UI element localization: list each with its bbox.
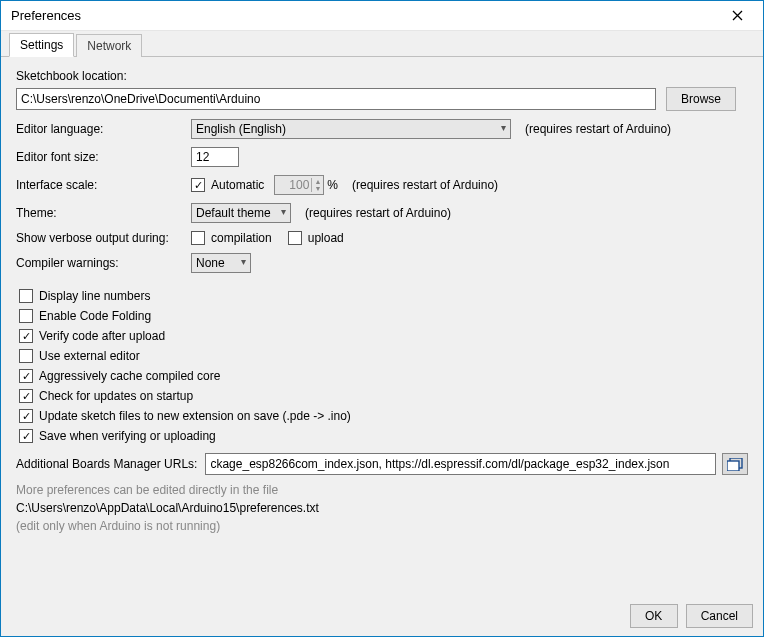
scale-unit: % — [327, 178, 338, 192]
tab-network[interactable]: Network — [76, 34, 142, 57]
verify-after-upload-checkbox[interactable] — [19, 329, 33, 343]
svg-rect-1 — [727, 461, 739, 471]
font-size-label: Editor font size: — [16, 150, 191, 164]
additional-urls-label: Additional Boards Manager URLs: — [16, 457, 197, 471]
save-when-verify-label: Save when verifying or uploading — [39, 429, 216, 443]
restart-note-3: (requires restart of Arduino) — [305, 206, 451, 220]
sketchbook-path-field[interactable] — [16, 88, 656, 110]
editor-language-select[interactable]: English (English) — [191, 119, 511, 139]
update-extension-label: Update sketch files to new extension on … — [39, 409, 351, 423]
edit-urls-button[interactable] — [722, 453, 748, 475]
use-external-editor-label: Use external editor — [39, 349, 140, 363]
browse-button[interactable]: Browse — [666, 87, 736, 111]
titlebar: Preferences — [1, 1, 763, 31]
save-when-verify-checkbox[interactable] — [19, 429, 33, 443]
cancel-button[interactable]: Cancel — [686, 604, 753, 628]
window-title: Preferences — [11, 8, 81, 23]
editor-language-label: Editor language: — [16, 122, 191, 136]
window-icon — [727, 458, 743, 471]
compiler-warnings-label: Compiler warnings: — [16, 256, 191, 270]
restart-note-2: (requires restart of Arduino) — [352, 178, 498, 192]
verbose-upload-label: upload — [308, 231, 344, 245]
additional-urls-field[interactable]: ckage_esp8266com_index.json, https://dl.… — [205, 453, 716, 475]
scale-auto-checkbox[interactable] — [191, 178, 205, 192]
aggressive-cache-checkbox[interactable] — [19, 369, 33, 383]
scale-spinner[interactable]: ▲▼ — [274, 175, 324, 195]
aggressive-cache-label: Aggressively cache compiled core — [39, 369, 220, 383]
verify-after-upload-label: Verify code after upload — [39, 329, 165, 343]
tab-settings[interactable]: Settings — [9, 33, 74, 57]
enable-code-folding-label: Enable Code Folding — [39, 309, 151, 323]
display-line-numbers-label: Display line numbers — [39, 289, 150, 303]
update-extension-checkbox[interactable] — [19, 409, 33, 423]
font-size-field[interactable] — [191, 147, 239, 167]
check-updates-checkbox[interactable] — [19, 389, 33, 403]
theme-label: Theme: — [16, 206, 191, 220]
compiler-warnings-select[interactable]: None — [191, 253, 251, 273]
sketchbook-label: Sketchbook location: — [16, 69, 127, 83]
edit-only-note: (edit only when Arduino is not running) — [16, 519, 748, 533]
close-button[interactable] — [717, 2, 757, 30]
verbose-compilation-label: compilation — [211, 231, 272, 245]
ok-button[interactable]: OK — [630, 604, 678, 628]
scale-value-field[interactable] — [275, 178, 311, 192]
close-icon — [732, 10, 743, 21]
display-line-numbers-checkbox[interactable] — [19, 289, 33, 303]
settings-panel: Sketchbook location: Browse Editor langu… — [1, 57, 763, 598]
dialog-footer: OK Cancel — [1, 598, 763, 636]
enable-code-folding-checkbox[interactable] — [19, 309, 33, 323]
prefs-file-path[interactable]: C:\Users\renzo\AppData\Local\Arduino15\p… — [16, 501, 748, 515]
more-prefs-note: More preferences can be edited directly … — [16, 483, 748, 497]
tab-bar: Settings Network — [1, 31, 763, 57]
spinner-arrows-icon[interactable]: ▲▼ — [311, 178, 323, 192]
use-external-editor-checkbox[interactable] — [19, 349, 33, 363]
check-updates-label: Check for updates on startup — [39, 389, 193, 403]
restart-note-1: (requires restart of Arduino) — [525, 122, 671, 136]
theme-select[interactable]: Default theme — [191, 203, 291, 223]
scale-auto-label: Automatic — [211, 178, 264, 192]
interface-scale-label: Interface scale: — [16, 178, 191, 192]
verbose-compilation-checkbox[interactable] — [191, 231, 205, 245]
verbose-label: Show verbose output during: — [16, 231, 191, 245]
verbose-upload-checkbox[interactable] — [288, 231, 302, 245]
